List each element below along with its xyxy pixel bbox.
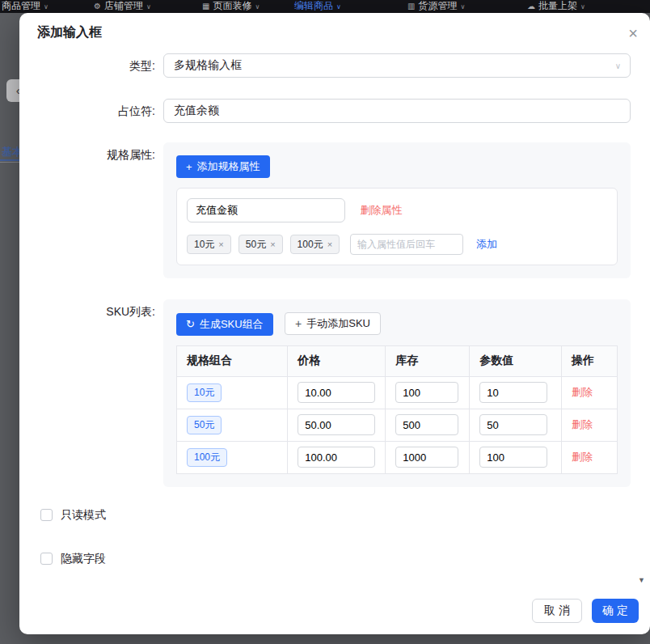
delete-attribute-link[interactable]: 删除属性 (360, 204, 402, 216)
chevron-down-icon: ∨ (460, 3, 465, 11)
price-input[interactable] (298, 382, 375, 403)
chevron-down-icon: ∨ (336, 3, 341, 11)
attribute-card: 删除属性 10元 × 50元 × 100元 × (176, 188, 618, 265)
cancel-button[interactable]: 取 消 (532, 599, 582, 623)
plus-icon: + (186, 162, 192, 172)
tag-close-icon[interactable]: × (270, 239, 275, 249)
nav-item-batch-publish[interactable]: ☁批量上架∨ (527, 0, 585, 13)
sku-spec-tag[interactable]: 50元 (187, 416, 222, 434)
generate-sku-button[interactable]: ↻ 生成SKU组合 (176, 313, 273, 336)
type-select-value: 多规格输入框 (174, 58, 242, 73)
spec-panel: + 添加规格属性 删除属性 10元 × 50元 (163, 142, 631, 278)
sku-label: SKU列表: (19, 299, 163, 487)
type-select[interactable]: 多规格输入框 ∨ (163, 53, 631, 78)
generate-sku-label: 生成SKU组合 (200, 317, 264, 332)
readonly-mode-row: 只读模式 (19, 508, 650, 523)
add-input-dialog: 添加输入框 × 类型: 多规格输入框 ∨ 占位符: 规格属性: + 添加规格属性 (19, 13, 650, 634)
col-header-action: 操作 (562, 345, 618, 376)
tab-active-underline (0, 159, 22, 161)
attr-value-label: 100元 (298, 238, 323, 252)
attr-value-label: 10元 (194, 238, 214, 252)
readonly-checkbox[interactable] (40, 509, 53, 521)
truck-icon: ▥ (407, 2, 415, 11)
nav-item-page-decorate[interactable]: ▦页面装修∨ (202, 0, 260, 13)
chevron-down-icon: ∨ (615, 54, 621, 78)
sku-table-header-row: 规格组合 价格 库存 参数值 操作 (177, 345, 618, 376)
attr-value-label: 50元 (246, 238, 266, 252)
chevron-down-icon: ∨ (255, 3, 260, 11)
tab-bar-divider (0, 162, 19, 163)
attr-value-tag: 50元 × (238, 235, 283, 254)
attr-value-tag: 10元 × (187, 235, 231, 254)
param-input[interactable] (479, 382, 547, 403)
delete-sku-link[interactable]: 删除 (572, 386, 593, 398)
tag-close-icon[interactable]: × (218, 239, 223, 249)
tag-close-icon[interactable]: × (327, 239, 332, 249)
nav-item-product-manage[interactable]: 商品管理∨ (2, 0, 49, 13)
delete-sku-link[interactable]: 删除 (572, 418, 593, 430)
param-input[interactable] (479, 414, 547, 435)
sku-panel: ↻ 生成SKU组合 + 手动添加SKU 规格组合 价格 库存 参数值 (163, 299, 631, 487)
sku-spec-tag[interactable]: 10元 (187, 383, 222, 402)
manual-add-sku-label: 手动添加SKU (306, 316, 370, 331)
cloud-upload-icon: ☁ (527, 2, 535, 11)
nav-item-label: 批量上架 (538, 0, 577, 11)
chevron-down-icon: ∨ (580, 3, 585, 11)
stock-input[interactable] (395, 382, 458, 403)
form-row-type: 类型: 多规格输入框 ∨ (19, 53, 650, 78)
add-spec-attr-button[interactable]: + 添加规格属性 (176, 155, 270, 178)
dialog-footer: 取 消 确 定 (532, 599, 639, 623)
top-navbar: 商品管理∨ ⚙店铺管理∨ ▦页面装修∨ 编辑商品∨ ▥货源管理∨ ☁批量上架∨ (0, 0, 650, 13)
table-row: 100元 删除 (177, 441, 618, 473)
nav-item-label: 页面装修 (213, 0, 251, 11)
add-spec-attr-label: 添加规格属性 (197, 159, 260, 174)
chevron-down-icon: ∨ (146, 3, 151, 11)
table-row: 10元 删除 (177, 376, 618, 409)
delete-sku-link[interactable]: 删除 (572, 451, 593, 463)
placeholder-input[interactable] (163, 99, 631, 123)
hidden-label: 隐藏字段 (61, 552, 106, 566)
plus-icon: + (295, 318, 302, 329)
nav-item-edit-product[interactable]: 编辑商品∨ (294, 0, 341, 13)
grid-icon: ▦ (202, 2, 209, 11)
col-header-spec: 规格组合 (177, 345, 288, 376)
add-attr-value-link[interactable]: 添加 (476, 237, 497, 252)
readonly-label: 只读模式 (61, 508, 106, 523)
hidden-field-row: 隐藏字段 (19, 552, 650, 566)
price-input[interactable] (298, 414, 375, 435)
stock-input[interactable] (395, 447, 458, 468)
scroll-down-icon[interactable]: ▼ (638, 576, 645, 584)
form-row-placeholder: 占位符: (19, 99, 650, 123)
nav-item-supply-manage[interactable]: ▥货源管理∨ (407, 0, 465, 13)
hidden-checkbox[interactable] (40, 553, 53, 565)
attribute-name-row: 删除属性 (187, 198, 607, 222)
attribute-name-input[interactable] (187, 198, 345, 222)
placeholder-label: 占位符: (19, 99, 163, 123)
param-input[interactable] (479, 447, 547, 468)
col-header-price: 价格 (288, 345, 386, 376)
manual-add-sku-button[interactable]: + 手动添加SKU (285, 312, 381, 335)
chevron-down-icon: ∨ (44, 3, 49, 11)
close-icon[interactable]: × (623, 23, 644, 44)
attr-value-tag: 100元 × (290, 235, 340, 254)
price-input[interactable] (298, 447, 375, 468)
nav-item-label: 编辑商品 (294, 0, 333, 11)
nav-item-label: 货源管理 (418, 0, 457, 11)
dialog-body: 类型: 多规格输入框 ∨ 占位符: 规格属性: + 添加规格属性 (19, 53, 650, 595)
table-row: 50元 删除 (177, 409, 618, 441)
nav-item-label: 商品管理 (2, 0, 40, 11)
form-row-sku: SKU列表: ↻ 生成SKU组合 + 手动添加SKU 规格组合 价格 (19, 299, 650, 487)
gear-icon: ⚙ (94, 2, 101, 11)
type-label: 类型: (19, 53, 163, 78)
confirm-button[interactable]: 确 定 (592, 599, 639, 623)
nav-item-label: 店铺管理 (104, 0, 143, 11)
sku-spec-tag[interactable]: 100元 (187, 448, 227, 467)
col-header-stock: 库存 (386, 345, 470, 376)
dialog-title: 添加输入框 (37, 24, 102, 41)
refresh-icon: ↻ (186, 319, 195, 329)
stock-input[interactable] (395, 414, 458, 435)
sku-table: 规格组合 价格 库存 参数值 操作 10元 删 (176, 345, 618, 474)
spec-label: 规格属性: (19, 142, 163, 278)
attr-value-input[interactable] (350, 234, 463, 255)
nav-item-shop-manage[interactable]: ⚙店铺管理∨ (94, 0, 151, 13)
